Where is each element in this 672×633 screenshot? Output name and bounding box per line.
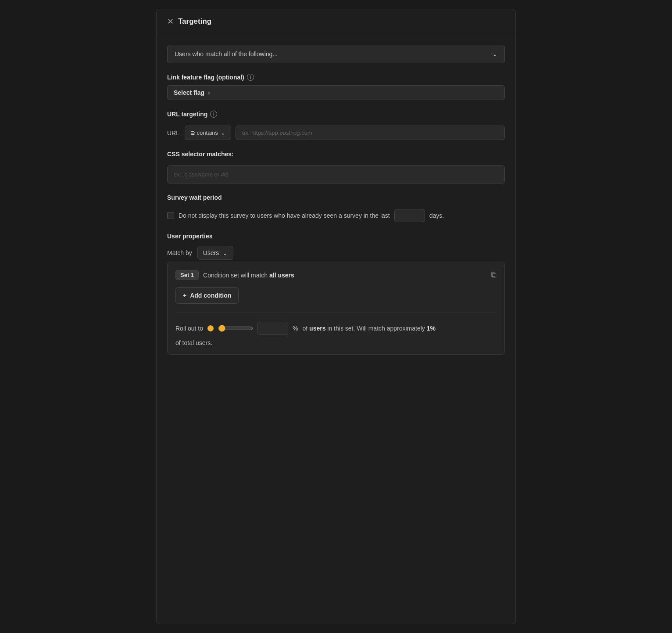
rollout-label: Roll out to (175, 325, 203, 332)
css-selector-section: CSS selector matches: (167, 151, 505, 183)
contains-label: ⊇ contains (190, 129, 218, 136)
chevron-down-icon: ⌄ (492, 50, 497, 58)
match-by-label: Match by (167, 249, 192, 256)
user-properties-section: User properties Match by Users ⌄ Set 1 C… (167, 233, 505, 355)
link-flag-info-icon[interactable]: i (247, 74, 254, 81)
survey-wait-label: Survey wait period (167, 194, 505, 201)
wait-period-checkbox[interactable] (167, 212, 174, 219)
rollout-desc-pct-bold: 1% (427, 325, 436, 332)
condition-set-bold: all users (269, 272, 294, 279)
rollout-desc-prefix: of (303, 325, 310, 332)
copy-icon[interactable]: ⧉ (491, 270, 497, 280)
set-header: Set 1 Condition set will match all users… (175, 270, 497, 280)
add-condition-label: Add condition (190, 292, 231, 299)
users-match-label: Users who match all of the following... (175, 50, 278, 58)
condition-set-box: Set 1 Condition set will match all users… (167, 262, 505, 355)
link-flag-section: Link feature flag (optional) i Select fl… (167, 74, 505, 100)
panel-title: Targeting (178, 17, 211, 26)
rollout-value-input[interactable]: 1 (257, 322, 288, 335)
match-by-row: Match by Users ⌄ (167, 246, 505, 260)
link-flag-label: Link feature flag (optional) i (167, 74, 505, 81)
condition-set-prefix: Condition set will match (203, 272, 269, 279)
targeting-panel: ✕ Targeting Users who match all of the f… (156, 9, 516, 624)
days-suffix: days. (429, 212, 444, 219)
rollout-desc-suffix: in this set. Will match approximately (325, 325, 426, 332)
rollout-description-2: of total users. (175, 338, 497, 346)
contains-dropdown[interactable]: ⊇ contains ⌄ (185, 126, 231, 140)
rollout-dot-icon (207, 325, 214, 331)
panel-header: ✕ Targeting (157, 9, 515, 34)
select-flag-label: Select flag (174, 89, 204, 96)
url-targeting-label: URL targeting i (167, 111, 505, 118)
wait-period-text: Do not display this survey to users who … (179, 212, 390, 219)
contains-chevron-icon: ⌄ (221, 129, 225, 136)
rollout-desc-users-bold: users (309, 325, 325, 332)
rollout-percent-label: % (293, 325, 298, 332)
set-badge: Set 1 (175, 270, 199, 280)
css-selector-input[interactable] (167, 165, 505, 183)
rollout-slider[interactable] (218, 325, 253, 332)
rollout-section: Roll out to 1 % of users in this set. Wi… (175, 313, 497, 346)
rollout-description: of users in this set. Will match approxi… (303, 325, 436, 332)
url-targeting-info-icon[interactable]: i (210, 111, 217, 118)
survey-wait-section: Survey wait period Do not display this s… (167, 194, 505, 222)
user-properties-label: User properties (167, 233, 505, 240)
url-targeting-section: URL targeting i URL ⊇ contains ⌄ (167, 111, 505, 140)
users-dropdown-chevron-icon: ⌄ (222, 249, 228, 256)
url-row: URL ⊇ contains ⌄ (167, 126, 505, 140)
chevron-right-icon: › (208, 89, 210, 96)
add-condition-button[interactable]: + Add condition (175, 287, 239, 304)
users-dropdown[interactable]: Users ⌄ (197, 246, 234, 260)
close-icon[interactable]: ✕ (167, 18, 174, 25)
users-match-dropdown[interactable]: Users who match all of the following... … (167, 45, 505, 63)
css-selector-label: CSS selector matches: (167, 151, 505, 158)
url-input[interactable] (236, 126, 505, 140)
add-condition-plus-icon: + (183, 292, 186, 299)
url-label: URL (167, 129, 180, 137)
select-flag-button[interactable]: Select flag › (167, 85, 505, 100)
condition-set-description: Condition set will match all users (203, 272, 294, 279)
set-header-left: Set 1 Condition set will match all users (175, 270, 294, 280)
days-input[interactable] (394, 209, 425, 222)
users-dropdown-label: Users (203, 249, 219, 256)
wait-period-row: Do not display this survey to users who … (167, 209, 505, 222)
panel-body: Users who match all of the following... … (157, 34, 515, 365)
rollout-row: Roll out to 1 % of users in this set. Wi… (175, 322, 497, 335)
